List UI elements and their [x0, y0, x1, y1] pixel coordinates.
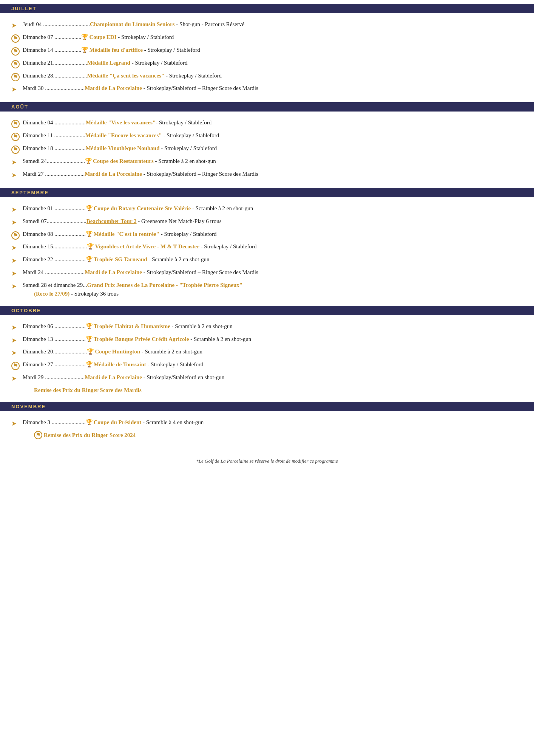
event-name: Médaille "Ça sent les vacances" — [87, 73, 164, 79]
event-desc: - Greensome Net Match-Play 6 trous — [137, 218, 222, 224]
event-name: Trophée Banque Privée Crédit Agricole — [94, 336, 189, 342]
list-item: ➤Dimanche 13 ......................🏆Trop… — [11, 335, 523, 346]
event-desc: - Scramble à 2 en shot-gun — [189, 336, 251, 342]
list-item: ⚑Dimanche 21........................Méda… — [11, 59, 523, 70]
event-name: Médaille Legrand — [87, 60, 130, 66]
event-name: Médaille "Encore les vacances" — [85, 132, 162, 138]
event-desc: - Strokeplay / Stableford — [130, 60, 188, 66]
event-date: Dimanche 22 ...................... — [23, 256, 86, 262]
trophy-icon: 🏆 — [86, 323, 93, 329]
event-name: Championnat du Limousin Seniors — [90, 21, 175, 27]
event-date: Dimanche 3 ........................ — [23, 419, 86, 425]
section-header-novembre: NOVEMBRE — [0, 402, 534, 411]
trophy-icon: 🏆 — [86, 336, 93, 342]
event-name: Coupe Huntington — [95, 349, 140, 355]
event-name: Coupe des Restaurateurs — [93, 158, 154, 164]
event-name: Médaille Vinothèque Nouhaud — [86, 145, 160, 151]
medal-icon: ⚑ — [11, 133, 20, 141]
list-item: ➤Jeudi 04 ..............................… — [11, 20, 523, 31]
event-desc: - Scramble à 2 en shot-gun — [147, 256, 210, 262]
event-desc: - Scramble à 2 en shot-gun — [140, 349, 202, 355]
list-item: ➤Mardi 29 ............................Ma… — [11, 373, 523, 384]
event-date: Mardi 30 ............................ — [23, 85, 85, 91]
trophy-icon: 🏆 — [81, 34, 88, 40]
section-header-septembre: SEPTEMBRE — [0, 188, 534, 197]
list-item: ➤Dimanche 01 ......................🏆Coup… — [11, 204, 523, 215]
event-desc: - Strokeplay/Stableford en shot-gun — [142, 374, 224, 380]
event-desc: - Scramble à 2 en shot-gun — [191, 205, 253, 211]
event-desc: - Strokeplay / Stableford — [164, 73, 222, 79]
section-body-août: ⚑Dimanche 04 ......................Médai… — [0, 115, 534, 187]
section-header-octobre: OCTOBRE — [0, 306, 534, 315]
list-item: ⚑Dimanche 04 ......................Médai… — [11, 118, 523, 129]
list-item: ➤Mardi 27 ............................Ma… — [11, 170, 523, 181]
arrow-icon: ➤ — [11, 244, 17, 251]
list-item: ➤Dimanche 15........................🏆Vig… — [11, 242, 523, 253]
event-date: Dimanche 01 ...................... — [23, 205, 86, 211]
event-name: Coupe EDI — [89, 34, 116, 40]
event-date: Jeudi 04 ...............................… — [23, 21, 90, 27]
event-desc: - Scramble à 2 en shot-gun — [154, 158, 216, 164]
event-name: Remise des Prix du Ringer Score des Mard… — [34, 387, 142, 393]
event-name: Mardi de La Porcelaine — [85, 85, 142, 91]
list-item: ⚑Dimanche 18 ......................Médai… — [11, 144, 523, 155]
event-name: Mardi de La Porcelaine — [85, 374, 142, 380]
event-name: Coupe du Président — [94, 419, 142, 425]
medal-trophy-icon: ⚑ — [11, 47, 20, 56]
trophy-icon: 🏆 — [86, 256, 93, 262]
event-name: Trophée Habitat & Humanisme — [94, 323, 170, 329]
list-item: ⚑Dimanche 07 ...................🏆Coupe E… — [11, 33, 523, 44]
event-extra-desc: - Strokeplay 36 trous — [69, 291, 119, 297]
event-name: Médaille feu d'artifice — [89, 47, 143, 53]
event-name: Vignobles et Art de Vivre - M & T Decost… — [95, 243, 199, 249]
arrow-icon: ➤ — [11, 172, 17, 179]
section-body-novembre: ➤Dimanche 3 ........................🏆Cou… — [0, 415, 534, 447]
list-item: ➤Dimanche 20........................🏆Cou… — [11, 347, 523, 358]
arrow-icon: ➤ — [11, 375, 17, 382]
event-date: Samedi 07............................ — [23, 218, 86, 224]
event-desc: - Strokeplay / Stableford — [160, 145, 217, 151]
event-name: Médaille "Vive les vacances" — [86, 119, 156, 125]
arrow-icon: ➤ — [11, 349, 17, 356]
event-desc: - Strokeplay / Stableford — [143, 47, 200, 53]
event-extra: (Reco le 27/09) - Strokeplay 36 trous — [23, 290, 523, 298]
event-date: Mardi 24 ............................ — [23, 269, 85, 275]
medal-icon: ⚑ — [11, 60, 20, 68]
event-date: Dimanche 21........................ — [23, 60, 87, 66]
event-date: Dimanche 15........................ — [23, 243, 87, 249]
event-desc: - Scramble à 2 en shot-gun — [170, 323, 233, 329]
trophy-icon: 🏆 — [86, 205, 93, 211]
arrow-icon: ➤ — [11, 257, 17, 264]
medal-trophy-icon: ⚑ — [11, 362, 20, 370]
list-item: ⚑Dimanche 08 ......................🏆Méda… — [11, 230, 523, 241]
event-desc: - Strokeplay/Stableford – Ringer Score d… — [142, 269, 258, 275]
arrow-icon: ➤ — [11, 270, 17, 277]
trophy-icon: 🏆 — [86, 361, 93, 367]
medal-icon: ⚑ — [11, 73, 20, 81]
medal-trophy-icon: ⚑ — [11, 231, 20, 240]
event-desc: - Strokeplay / Stableford — [162, 132, 219, 138]
section-body-octobre: ➤Dimanche 06 ......................🏆Trop… — [0, 319, 534, 402]
event-extra-name: (Reco le 27/09) — [34, 291, 69, 297]
arrow-icon: ➤ — [11, 86, 17, 93]
event-desc: - Scramble à 4 en shot-gun — [141, 419, 204, 425]
list-item: ➤Samedi 07............................Be… — [11, 217, 523, 228]
event-date: Dimanche 11 ...................... — [23, 132, 85, 138]
arrow-icon: ➤ — [11, 219, 17, 226]
arrow-icon: ➤ — [11, 283, 17, 290]
event-date: Dimanche 06 ...................... — [23, 323, 86, 329]
event-name: Trophée SG Tarneaud — [94, 256, 147, 262]
event-date: Mardi 27 ............................ — [23, 171, 85, 177]
event-desc: - Strokeplay / Stableford — [117, 34, 174, 40]
event-name: Médaille "C'est la rentrée" — [94, 231, 159, 237]
list-item: ➤Samedi 28 et dimanche 29...Grand Prix J… — [11, 281, 523, 299]
list-item: ➤Dimanche 22 ......................🏆Trop… — [11, 255, 523, 266]
arrow-icon: ➤ — [11, 22, 17, 29]
event-name[interactable]: Beachcomber Tour 2 — [86, 218, 137, 224]
event-name: Médaille de Toussaint — [94, 361, 146, 367]
list-item: ⚑ Remise des Prix du Ringer Score 2024 — [11, 431, 523, 440]
medal-icon: ⚑ — [34, 431, 42, 439]
event-name: Coupe du Rotary Centenaire Ste Valérie — [94, 205, 191, 211]
trophy-icon: 🏆 — [87, 349, 94, 355]
event-desc: - Strokeplay / Stableford — [199, 243, 257, 249]
